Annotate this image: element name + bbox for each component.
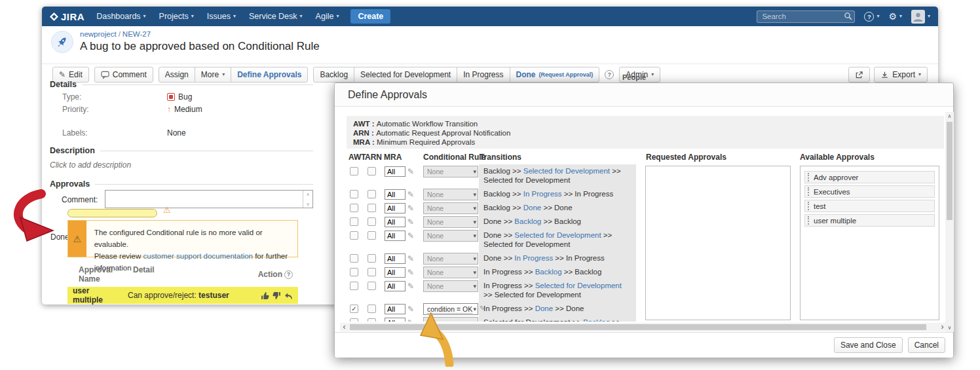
awt-checkbox[interactable] bbox=[350, 204, 358, 212]
pencil-icon[interactable]: ✎ bbox=[407, 232, 414, 240]
available-approval-item[interactable]: Adv approver bbox=[804, 171, 935, 183]
conditional-rule-select[interactable]: None▾ bbox=[423, 166, 478, 177]
conditional-rule-select[interactable]: None▾ bbox=[423, 317, 478, 322]
create-button[interactable]: Create bbox=[350, 9, 390, 24]
vscroll-track[interactable] bbox=[946, 120, 953, 324]
transition-status-link[interactable]: In Progress bbox=[523, 190, 562, 198]
awt-checkbox[interactable] bbox=[350, 217, 358, 226]
conditional-rule-select[interactable]: None▾ bbox=[423, 189, 478, 200]
pencil-icon[interactable]: ✎ bbox=[407, 168, 414, 176]
arn-checkbox[interactable] bbox=[368, 268, 376, 276]
awt-checkbox[interactable] bbox=[350, 318, 358, 322]
arn-checkbox[interactable] bbox=[368, 217, 376, 226]
horizontal-scrollbar[interactable]: ‹ › bbox=[340, 323, 947, 331]
available-approval-item[interactable]: test bbox=[804, 200, 935, 212]
breadcrumb-issue-link[interactable]: NEW-27 bbox=[122, 30, 151, 38]
search-input[interactable] bbox=[757, 10, 855, 23]
hscroll-thumb[interactable] bbox=[350, 324, 926, 330]
mra-input[interactable] bbox=[385, 189, 405, 200]
arn-checkbox[interactable] bbox=[368, 254, 376, 263]
conditional-rule-select[interactable]: condition = OK▾ bbox=[423, 303, 478, 315]
help-menu[interactable]: ? ▾ bbox=[864, 12, 879, 22]
awt-checkbox[interactable] bbox=[350, 282, 358, 290]
pencil-icon[interactable]: ✎ bbox=[407, 268, 414, 276]
cancel-button[interactable]: Cancel bbox=[908, 337, 945, 353]
pencil-icon[interactable]: ✎ bbox=[407, 218, 414, 226]
mra-input[interactable] bbox=[385, 253, 405, 264]
mra-input[interactable] bbox=[385, 304, 405, 314]
scroll-up-icon[interactable]: ∧ bbox=[948, 112, 952, 120]
approval-comment-input[interactable] bbox=[105, 191, 303, 208]
transition-status-link[interactable]: Selected for Development bbox=[514, 231, 601, 239]
pending-approval-pill[interactable] bbox=[67, 209, 157, 217]
pencil-icon[interactable]: ✎ bbox=[407, 255, 414, 263]
vertical-scrollbar[interactable]: ∧ ∨ bbox=[945, 112, 954, 332]
nav-item-issues[interactable]: Issues▾ bbox=[207, 12, 236, 21]
arn-checkbox[interactable] bbox=[368, 167, 376, 176]
mra-input[interactable] bbox=[385, 267, 405, 278]
add-description-placeholder[interactable]: Click to add description bbox=[50, 160, 313, 170]
reject-thumb-down-icon[interactable] bbox=[273, 291, 281, 300]
conditional-rule-select[interactable]: None▾ bbox=[423, 253, 478, 265]
pencil-icon[interactable]: ✎ bbox=[407, 204, 414, 212]
nav-item-service-desk[interactable]: Service Desk▾ bbox=[249, 12, 303, 21]
support-doc-link[interactable]: customer support documentation bbox=[143, 252, 253, 260]
textarea-spinner[interactable]: ∧ ∨ bbox=[303, 191, 312, 208]
status-selected-button[interactable]: Selected for Development bbox=[354, 67, 457, 83]
requested-approvals-box[interactable] bbox=[645, 166, 791, 320]
transition-status-link[interactable]: Done bbox=[523, 204, 542, 212]
awt-checkbox[interactable] bbox=[350, 190, 358, 198]
transition-status-link[interactable]: Backlog bbox=[583, 318, 610, 322]
available-approval-item[interactable]: user multiple bbox=[804, 214, 935, 227]
mra-input[interactable] bbox=[385, 318, 405, 322]
mra-input[interactable] bbox=[385, 217, 405, 227]
breadcrumb-project-link[interactable]: newproject bbox=[80, 30, 117, 38]
arn-checkbox[interactable] bbox=[368, 204, 376, 212]
mra-input[interactable] bbox=[385, 281, 405, 291]
transition-status-link[interactable]: Backlog bbox=[514, 217, 541, 225]
status-done-button[interactable]: Done (Request Approval) bbox=[510, 67, 600, 83]
nav-item-agile[interactable]: Agile▾ bbox=[316, 12, 339, 21]
hscroll-track[interactable] bbox=[349, 324, 938, 331]
mra-input[interactable] bbox=[385, 166, 405, 177]
arn-checkbox[interactable] bbox=[368, 231, 376, 240]
action-help-icon[interactable]: ? bbox=[284, 270, 293, 279]
scroll-down-icon[interactable]: ∨ bbox=[948, 324, 952, 332]
export-button[interactable]: Export ▾ bbox=[874, 67, 928, 83]
transition-status-link[interactable]: In Progress bbox=[514, 254, 553, 262]
revoke-reply-icon[interactable] bbox=[284, 291, 293, 300]
arn-checkbox[interactable] bbox=[368, 190, 376, 198]
workflow-help-icon[interactable]: ? bbox=[605, 70, 614, 79]
mra-input[interactable] bbox=[385, 203, 405, 213]
jira-logo[interactable]: JIRA bbox=[50, 11, 85, 22]
transition-status-link[interactable]: Backlog bbox=[535, 268, 562, 276]
share-button[interactable] bbox=[848, 67, 870, 83]
status-backlog-button[interactable]: Backlog bbox=[313, 67, 354, 83]
awt-checkbox[interactable]: ✓ bbox=[350, 305, 358, 313]
vscroll-thumb[interactable] bbox=[947, 122, 952, 220]
mra-input[interactable] bbox=[385, 231, 405, 241]
nav-item-dashboards[interactable]: Dashboards▾ bbox=[96, 12, 145, 21]
pencil-icon[interactable]: ✎ bbox=[480, 305, 485, 312]
done-transition-label[interactable]: Done bbox=[50, 232, 69, 242]
approve-thumb-up-icon[interactable] bbox=[261, 291, 269, 300]
pencil-icon[interactable]: ✎ bbox=[407, 282, 414, 290]
arn-checkbox[interactable] bbox=[368, 318, 376, 322]
pencil-icon[interactable]: ✎ bbox=[407, 191, 414, 198]
transition-status-link[interactable]: Selected for Development bbox=[523, 167, 610, 175]
conditional-rule-select[interactable]: None▾ bbox=[423, 230, 478, 242]
profile-menu[interactable]: ▾ bbox=[911, 10, 930, 24]
awt-checkbox[interactable] bbox=[350, 254, 358, 263]
save-and-close-button[interactable]: Save and Close bbox=[834, 337, 903, 353]
arn-checkbox[interactable] bbox=[368, 282, 376, 290]
awt-checkbox[interactable] bbox=[350, 167, 358, 176]
pencil-icon[interactable]: ✎ bbox=[407, 305, 414, 313]
conditional-rule-select[interactable]: None▾ bbox=[423, 267, 478, 278]
nav-item-projects[interactable]: Projects▾ bbox=[159, 12, 194, 21]
conditional-rule-select[interactable]: None▾ bbox=[423, 216, 478, 228]
transition-status-link[interactable]: Done bbox=[535, 305, 554, 312]
awt-checkbox[interactable] bbox=[350, 268, 358, 276]
pencil-icon[interactable]: ✎ bbox=[407, 319, 414, 322]
scroll-left-icon[interactable]: ‹ bbox=[340, 324, 349, 331]
arn-checkbox[interactable] bbox=[368, 305, 376, 313]
